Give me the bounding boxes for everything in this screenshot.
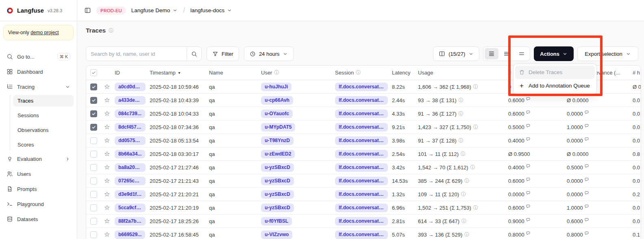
comment-bubble-icon[interactable] [526, 177, 531, 182]
user-id-badge[interactable]: u-VIZzvwo [261, 230, 292, 239]
comment-bubble-icon[interactable] [526, 164, 531, 169]
user-id-badge[interactable]: u-f0YfBSL [261, 217, 292, 226]
column-header-user[interactable]: Userⓘ [261, 66, 335, 80]
session-id-badge[interactable]: lf.docs.conversation... [335, 204, 388, 212]
session-id-badge[interactable]: lf.docs.conversation... [335, 177, 388, 185]
bookmark-star-icon[interactable]: ☆ [102, 191, 110, 197]
bookmark-star-icon[interactable]: ☆ [102, 137, 110, 144]
comment-bubble-icon[interactable] [526, 217, 531, 222]
sidebar-toggle-icon[interactable] [84, 7, 91, 14]
actions-button[interactable]: Actions [534, 46, 574, 61]
user-id-badge[interactable]: u-yzSBxcD [261, 177, 294, 185]
comment-bubble-icon[interactable] [584, 123, 589, 128]
row-checkbox[interactable] [90, 191, 97, 198]
column-header-name[interactable]: Name [209, 66, 261, 80]
user-id-badge[interactable]: u-T98YnzD [261, 136, 294, 145]
row-checkbox[interactable] [90, 151, 97, 158]
trace-id-badge[interactable]: 084c739... [115, 110, 145, 118]
comment-bubble-icon[interactable] [584, 191, 589, 195]
trace-id-badge[interactable]: a433de51... [115, 96, 146, 105]
session-id-badge[interactable]: lf.docs.conversation... [335, 83, 388, 91]
bookmark-star-icon[interactable]: ☆ [102, 83, 110, 90]
trace-id-badge[interactable]: d3e9d1f2... [115, 190, 146, 199]
column-header-score_c[interactable]: # h [633, 66, 641, 80]
trace-id-badge[interactable]: 88f2a7b0... [115, 217, 146, 226]
search-input[interactable] [86, 51, 187, 57]
session-id-badge[interactable]: lf.docs.conversation... [335, 110, 388, 118]
sidebar-item-datasets[interactable]: Datasets [3, 213, 74, 225]
trace-id-badge[interactable]: 07265c7a... [115, 177, 146, 185]
bookmark-star-icon[interactable]: ☆ [102, 110, 110, 117]
export-selection-button[interactable]: Export selection [577, 46, 638, 61]
row-checkbox[interactable] [90, 124, 97, 131]
comment-bubble-icon[interactable] [526, 204, 531, 209]
row-checkbox[interactable] [90, 218, 97, 225]
session-id-badge[interactable]: lf.docs.conversation... [335, 123, 388, 132]
time-range-button[interactable]: 24 hours [244, 46, 294, 61]
trace-id-badge[interactable]: b669529... [115, 230, 145, 239]
user-id-badge[interactable]: u-zEwdED2 [261, 150, 295, 158]
comment-bubble-icon[interactable] [584, 164, 589, 169]
session-id-badge[interactable]: lf.docs.conversation... [335, 190, 388, 199]
select-all-checkbox[interactable] [90, 69, 97, 76]
row-checkbox[interactable] [90, 178, 97, 184]
user-id-badge[interactable]: u-yzSBxcD [261, 163, 294, 172]
bookmark-star-icon[interactable]: ☆ [102, 97, 110, 103]
column-visibility-button[interactable]: (15/27) [433, 46, 479, 61]
column-header-usage[interactable]: Usage [418, 66, 508, 80]
row-height-medium-button[interactable] [500, 48, 513, 59]
comment-bubble-icon[interactable] [584, 177, 589, 182]
breadcrumb-project[interactable]: langfuse-docs [190, 7, 232, 13]
row-checkbox[interactable] [90, 231, 97, 238]
trace-id-badge[interactable]: dd05753... [115, 136, 146, 145]
row-checkbox[interactable] [90, 83, 97, 90]
sidebar-item-users[interactable]: Users [3, 168, 74, 180]
comment-bubble-icon[interactable] [526, 231, 531, 236]
trace-id-badge[interactable]: 8dcf4574... [115, 123, 146, 132]
filter-button[interactable]: Filter [207, 46, 239, 61]
sidebar-item-observations[interactable]: Observations [13, 124, 74, 136]
trace-id-badge[interactable]: a0cd0d9... [115, 83, 146, 91]
comment-bubble-icon[interactable] [526, 123, 531, 128]
user-id-badge[interactable]: u-cp66Avh [261, 96, 293, 105]
session-id-badge[interactable]: lf.docs.conversation... [335, 230, 388, 239]
comment-bubble-icon[interactable] [526, 110, 531, 115]
column-header-session[interactable]: Sessionⓘ [335, 66, 392, 80]
sidebar-item-prompts[interactable]: Prompts [3, 183, 74, 195]
comment-bubble-icon[interactable] [584, 110, 589, 115]
menu-item-add-to-annotation-queue[interactable]: + Add to Annotation Queue [515, 79, 595, 92]
sidebar-item-evaluation[interactable]: Evaluation [3, 153, 74, 165]
menu-item-delete-traces[interactable]: Delete Traces [515, 66, 595, 79]
session-id-badge[interactable]: lf.docs.conversation... [335, 163, 388, 172]
sidebar-item-dashboard[interactable]: Dashboard [3, 66, 74, 78]
sidebar-item-traces[interactable]: Traces [13, 95, 74, 107]
breadcrumb-organization[interactable]: Langfuse Demo [131, 7, 178, 13]
bookmark-star-icon[interactable]: ☆ [102, 204, 110, 211]
column-header-sel[interactable] [86, 66, 102, 80]
user-id-badge[interactable]: u-OYauofc [261, 110, 293, 118]
demo-project-link[interactable]: demo project [30, 30, 59, 35]
column-header-latency[interactable]: Latency [392, 66, 418, 80]
comment-bubble-icon[interactable] [584, 204, 589, 209]
comment-bubble-icon[interactable] [526, 191, 531, 195]
row-checkbox[interactable] [90, 97, 97, 104]
comment-bubble-icon[interactable] [526, 137, 531, 142]
bookmark-star-icon[interactable]: ☆ [102, 231, 110, 238]
bookmark-star-icon[interactable]: ☆ [102, 124, 110, 130]
row-checkbox[interactable] [90, 137, 97, 144]
bookmark-star-icon[interactable]: ☆ [102, 164, 110, 171]
session-id-badge[interactable]: lf.docs.conversation... [335, 96, 388, 105]
column-header-id[interactable]: ID [115, 66, 150, 80]
row-checkbox[interactable] [90, 110, 97, 117]
trace-id-badge[interactable]: ba8a208f... [115, 163, 146, 172]
row-checkbox[interactable] [90, 164, 97, 171]
column-header-timestamp[interactable]: Timestamp▼ [150, 66, 209, 80]
bookmark-star-icon[interactable]: ☆ [102, 151, 110, 157]
session-id-badge[interactable]: lf.docs.conversation... [335, 150, 388, 158]
sidebar-item-scores[interactable]: Scores [13, 139, 74, 151]
comment-bubble-icon[interactable] [584, 137, 589, 142]
row-checkbox[interactable] [90, 204, 97, 211]
user-id-badge[interactable]: u-yzSBxcD [261, 204, 294, 212]
comment-bubble-icon[interactable] [584, 231, 589, 236]
sidebar-item-playground[interactable]: Playground [3, 198, 74, 210]
